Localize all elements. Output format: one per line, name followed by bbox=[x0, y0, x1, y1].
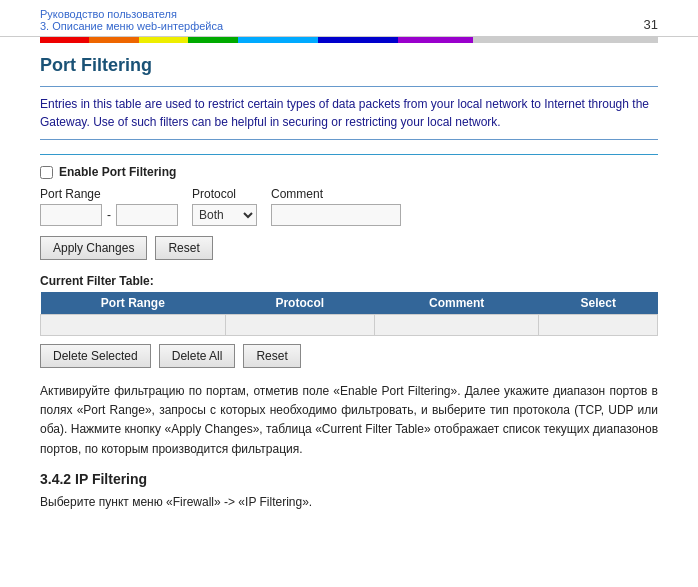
protocol-group: Protocol Both TCP UDP bbox=[192, 187, 257, 226]
comment-input[interactable] bbox=[271, 204, 401, 226]
main-buttons-row: Apply Changes Reset bbox=[40, 236, 658, 260]
section-divider bbox=[40, 154, 658, 155]
page-number: 31 bbox=[644, 17, 658, 32]
main-content: Port Filtering Entries in this table are… bbox=[0, 43, 698, 522]
port-range-inputs: - bbox=[40, 204, 178, 226]
col-select: Select bbox=[539, 292, 658, 315]
subsection-title: 3.4.2 IP Filtering bbox=[40, 471, 658, 487]
col-port-range: Port Range bbox=[41, 292, 226, 315]
table-cell-comment bbox=[374, 315, 539, 336]
port-range-end[interactable] bbox=[116, 204, 178, 226]
table-buttons-row: Delete Selected Delete All Reset bbox=[40, 344, 658, 368]
body-text: Активируйте фильтрацию по портам, отмети… bbox=[40, 382, 658, 459]
dash-separator: - bbox=[107, 208, 111, 222]
form-row: Port Range - Protocol Both TCP UDP Comme… bbox=[40, 187, 658, 226]
comment-label: Comment bbox=[271, 187, 401, 201]
section-title: Port Filtering bbox=[40, 55, 658, 76]
port-range-start[interactable] bbox=[40, 204, 102, 226]
table-empty-row bbox=[41, 315, 658, 336]
port-range-group: Port Range - bbox=[40, 187, 178, 226]
col-protocol: Protocol bbox=[225, 292, 374, 315]
description-box: Entries in this table are used to restri… bbox=[40, 86, 658, 140]
comment-group: Comment bbox=[271, 187, 401, 226]
breadcrumb-link[interactable]: Руководство пользователя bbox=[40, 8, 223, 20]
port-range-label: Port Range bbox=[40, 187, 178, 201]
table-cell-port bbox=[41, 315, 226, 336]
table-cell-protocol bbox=[225, 315, 374, 336]
delete-selected-button[interactable]: Delete Selected bbox=[40, 344, 151, 368]
table-cell-select bbox=[539, 315, 658, 336]
table-header-row: Port Range Protocol Comment Select bbox=[41, 292, 658, 315]
breadcrumb-sub: 3. Описание меню web-интерфейса bbox=[40, 20, 223, 32]
reset-button[interactable]: Reset bbox=[155, 236, 212, 260]
enable-port-filtering-checkbox[interactable] bbox=[40, 166, 53, 179]
apply-changes-button[interactable]: Apply Changes bbox=[40, 236, 147, 260]
enable-port-filtering-row: Enable Port Filtering bbox=[40, 165, 658, 179]
col-comment: Comment bbox=[374, 292, 539, 315]
filter-table: Port Range Protocol Comment Select bbox=[40, 292, 658, 336]
filter-table-label: Current Filter Table: bbox=[40, 274, 658, 288]
delete-all-button[interactable]: Delete All bbox=[159, 344, 236, 368]
protocol-select[interactable]: Both TCP UDP bbox=[192, 204, 257, 226]
protocol-label: Protocol bbox=[192, 187, 257, 201]
table-reset-button[interactable]: Reset bbox=[243, 344, 300, 368]
enable-port-filtering-label: Enable Port Filtering bbox=[59, 165, 176, 179]
subsection-body: Выберите пункт меню «Firewall» -> «IP Fi… bbox=[40, 493, 658, 512]
page-header: Руководство пользователя 3. Описание мен… bbox=[0, 0, 698, 37]
